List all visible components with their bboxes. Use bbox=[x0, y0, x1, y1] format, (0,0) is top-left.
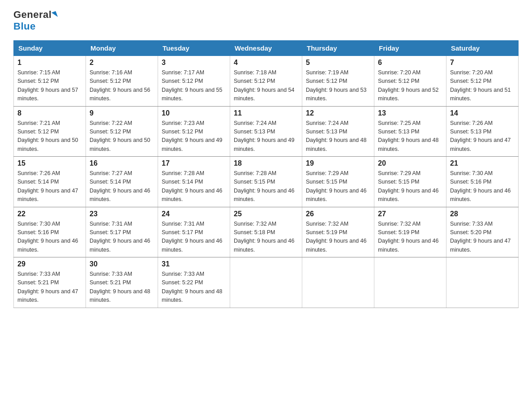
day-number: 20 bbox=[378, 159, 442, 167]
calendar-day-cell: 10Sunrise: 7:23 AMSunset: 5:12 PMDayligh… bbox=[158, 106, 230, 157]
day-info: Sunrise: 7:27 AMSunset: 5:14 PMDaylight:… bbox=[90, 169, 154, 204]
day-info: Sunrise: 7:24 AMSunset: 5:13 PMDaylight:… bbox=[306, 119, 370, 154]
calendar-day-cell: 27Sunrise: 7:32 AMSunset: 5:19 PMDayligh… bbox=[374, 207, 446, 257]
day-info: Sunrise: 7:16 AMSunset: 5:12 PMDaylight:… bbox=[90, 68, 154, 103]
day-info: Sunrise: 7:17 AMSunset: 5:12 PMDaylight:… bbox=[162, 68, 226, 103]
calendar-day-cell: 7Sunrise: 7:20 AMSunset: 5:12 PMDaylight… bbox=[446, 56, 519, 107]
calendar-day-cell: 20Sunrise: 7:29 AMSunset: 5:15 PMDayligh… bbox=[374, 157, 446, 207]
calendar-day-cell: 16Sunrise: 7:27 AMSunset: 5:14 PMDayligh… bbox=[86, 157, 158, 207]
calendar-day-cell bbox=[374, 257, 446, 308]
day-number: 26 bbox=[306, 210, 370, 218]
day-info: Sunrise: 7:28 AMSunset: 5:15 PMDaylight:… bbox=[234, 169, 298, 204]
day-number: 6 bbox=[378, 59, 442, 67]
day-number: 2 bbox=[90, 59, 154, 67]
calendar-day-cell: 15Sunrise: 7:26 AMSunset: 5:14 PMDayligh… bbox=[14, 157, 86, 207]
day-info: Sunrise: 7:33 AMSunset: 5:22 PMDaylight:… bbox=[162, 270, 226, 305]
page-header: General Blue bbox=[13, 9, 519, 32]
day-number: 27 bbox=[378, 210, 442, 218]
calendar-day-cell: 6Sunrise: 7:20 AMSunset: 5:12 PMDaylight… bbox=[374, 56, 446, 107]
day-info: Sunrise: 7:33 AMSunset: 5:21 PMDaylight:… bbox=[17, 270, 82, 305]
day-info: Sunrise: 7:32 AMSunset: 5:18 PMDaylight:… bbox=[234, 220, 298, 255]
logo-general-text: General bbox=[13, 9, 51, 21]
calendar-day-cell: 14Sunrise: 7:26 AMSunset: 5:13 PMDayligh… bbox=[446, 106, 519, 157]
logo: General Blue bbox=[13, 9, 57, 32]
calendar-day-cell: 3Sunrise: 7:17 AMSunset: 5:12 PMDaylight… bbox=[158, 56, 230, 107]
day-number: 14 bbox=[450, 109, 515, 117]
day-info: Sunrise: 7:29 AMSunset: 5:15 PMDaylight:… bbox=[306, 169, 370, 204]
day-number: 24 bbox=[162, 210, 226, 218]
calendar-day-cell: 13Sunrise: 7:25 AMSunset: 5:13 PMDayligh… bbox=[374, 106, 446, 157]
calendar-day-cell: 30Sunrise: 7:33 AMSunset: 5:21 PMDayligh… bbox=[86, 257, 158, 308]
logo-triangle-icon bbox=[51, 11, 58, 19]
day-info: Sunrise: 7:24 AMSunset: 5:13 PMDaylight:… bbox=[234, 119, 298, 154]
day-number: 31 bbox=[162, 260, 226, 268]
calendar-day-cell: 18Sunrise: 7:28 AMSunset: 5:15 PMDayligh… bbox=[230, 157, 302, 207]
calendar-header-sunday: Sunday bbox=[14, 41, 86, 56]
calendar-week-row: 8Sunrise: 7:21 AMSunset: 5:12 PMDaylight… bbox=[14, 106, 519, 157]
calendar-header-tuesday: Tuesday bbox=[158, 41, 230, 56]
calendar-day-cell: 29Sunrise: 7:33 AMSunset: 5:21 PMDayligh… bbox=[14, 257, 86, 308]
day-info: Sunrise: 7:26 AMSunset: 5:13 PMDaylight:… bbox=[450, 119, 515, 154]
day-number: 8 bbox=[17, 109, 82, 117]
calendar-day-cell: 2Sunrise: 7:16 AMSunset: 5:12 PMDaylight… bbox=[86, 56, 158, 107]
day-number: 21 bbox=[450, 159, 515, 167]
logo-blue-text: Blue bbox=[13, 21, 36, 32]
day-info: Sunrise: 7:19 AMSunset: 5:12 PMDaylight:… bbox=[306, 68, 370, 103]
day-number: 15 bbox=[17, 159, 82, 167]
calendar-header-saturday: Saturday bbox=[446, 41, 519, 56]
calendar-header-row: SundayMondayTuesdayWednesdayThursdayFrid… bbox=[14, 41, 519, 56]
day-info: Sunrise: 7:20 AMSunset: 5:12 PMDaylight:… bbox=[378, 68, 442, 103]
day-number: 13 bbox=[378, 109, 442, 117]
calendar-day-cell: 17Sunrise: 7:28 AMSunset: 5:14 PMDayligh… bbox=[158, 157, 230, 207]
calendar-day-cell: 1Sunrise: 7:15 AMSunset: 5:12 PMDaylight… bbox=[14, 56, 86, 107]
calendar-day-cell: 22Sunrise: 7:30 AMSunset: 5:16 PMDayligh… bbox=[14, 207, 86, 257]
calendar-week-row: 1Sunrise: 7:15 AMSunset: 5:12 PMDaylight… bbox=[14, 56, 519, 107]
day-info: Sunrise: 7:26 AMSunset: 5:14 PMDaylight:… bbox=[17, 169, 82, 204]
day-number: 30 bbox=[90, 260, 154, 268]
day-info: Sunrise: 7:21 AMSunset: 5:12 PMDaylight:… bbox=[17, 119, 82, 154]
day-number: 28 bbox=[450, 210, 515, 218]
day-info: Sunrise: 7:32 AMSunset: 5:19 PMDaylight:… bbox=[378, 220, 442, 255]
calendar-day-cell: 28Sunrise: 7:33 AMSunset: 5:20 PMDayligh… bbox=[446, 207, 519, 257]
calendar-day-cell bbox=[230, 257, 302, 308]
calendar-day-cell: 8Sunrise: 7:21 AMSunset: 5:12 PMDaylight… bbox=[14, 106, 86, 157]
calendar-week-row: 15Sunrise: 7:26 AMSunset: 5:14 PMDayligh… bbox=[14, 157, 519, 207]
day-number: 3 bbox=[162, 59, 226, 67]
calendar-day-cell: 19Sunrise: 7:29 AMSunset: 5:15 PMDayligh… bbox=[302, 157, 374, 207]
day-number: 23 bbox=[90, 210, 154, 218]
day-info: Sunrise: 7:33 AMSunset: 5:21 PMDaylight:… bbox=[90, 270, 154, 305]
calendar-header-friday: Friday bbox=[374, 41, 446, 56]
calendar-day-cell bbox=[302, 257, 374, 308]
day-info: Sunrise: 7:22 AMSunset: 5:12 PMDaylight:… bbox=[90, 119, 154, 154]
day-number: 18 bbox=[234, 159, 298, 167]
calendar-day-cell: 21Sunrise: 7:30 AMSunset: 5:16 PMDayligh… bbox=[446, 157, 519, 207]
calendar-day-cell bbox=[446, 257, 519, 308]
day-number: 29 bbox=[17, 260, 82, 268]
day-number: 16 bbox=[90, 159, 154, 167]
day-number: 22 bbox=[17, 210, 82, 218]
day-info: Sunrise: 7:31 AMSunset: 5:17 PMDaylight:… bbox=[162, 220, 226, 255]
calendar-week-row: 22Sunrise: 7:30 AMSunset: 5:16 PMDayligh… bbox=[14, 207, 519, 257]
day-info: Sunrise: 7:18 AMSunset: 5:12 PMDaylight:… bbox=[234, 68, 298, 103]
calendar-table: SundayMondayTuesdayWednesdayThursdayFrid… bbox=[13, 40, 519, 308]
day-number: 1 bbox=[17, 59, 82, 67]
day-info: Sunrise: 7:29 AMSunset: 5:15 PMDaylight:… bbox=[378, 169, 442, 204]
day-number: 19 bbox=[306, 159, 370, 167]
calendar-day-cell: 12Sunrise: 7:24 AMSunset: 5:13 PMDayligh… bbox=[302, 106, 374, 157]
day-number: 12 bbox=[306, 109, 370, 117]
day-info: Sunrise: 7:23 AMSunset: 5:12 PMDaylight:… bbox=[162, 119, 226, 154]
day-info: Sunrise: 7:31 AMSunset: 5:17 PMDaylight:… bbox=[90, 220, 154, 255]
calendar-day-cell: 11Sunrise: 7:24 AMSunset: 5:13 PMDayligh… bbox=[230, 106, 302, 157]
day-number: 17 bbox=[162, 159, 226, 167]
calendar-header-monday: Monday bbox=[86, 41, 158, 56]
calendar-day-cell: 26Sunrise: 7:32 AMSunset: 5:19 PMDayligh… bbox=[302, 207, 374, 257]
day-number: 10 bbox=[162, 109, 226, 117]
calendar-day-cell: 24Sunrise: 7:31 AMSunset: 5:17 PMDayligh… bbox=[158, 207, 230, 257]
calendar-day-cell: 23Sunrise: 7:31 AMSunset: 5:17 PMDayligh… bbox=[86, 207, 158, 257]
calendar-day-cell: 9Sunrise: 7:22 AMSunset: 5:12 PMDaylight… bbox=[86, 106, 158, 157]
day-number: 7 bbox=[450, 59, 515, 67]
day-info: Sunrise: 7:25 AMSunset: 5:13 PMDaylight:… bbox=[378, 119, 442, 154]
day-number: 4 bbox=[234, 59, 298, 67]
calendar-header-thursday: Thursday bbox=[302, 41, 374, 56]
calendar-day-cell: 5Sunrise: 7:19 AMSunset: 5:12 PMDaylight… bbox=[302, 56, 374, 107]
